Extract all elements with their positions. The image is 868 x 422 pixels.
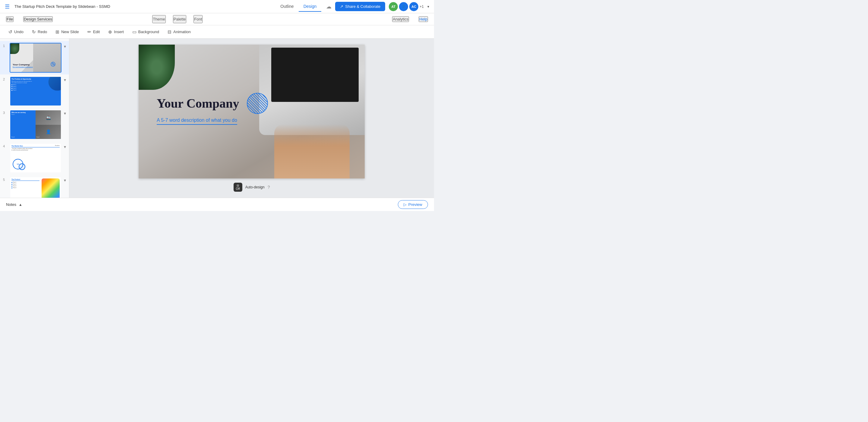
slide-item-1[interactable]: 1 Your Company A 5-7 word description of… [0,41,69,74]
top-nav: Outline Design [276,1,321,12]
canvas-hands-decoration [274,124,350,178]
share-icon: ↗ [340,4,343,9]
new-slide-icon: ⊞ [56,29,59,35]
new-slide-label: New Slide [61,30,79,34]
insert-icon: ⊕ [108,29,112,35]
animation-icon: ⊟ [167,29,172,35]
theme-tab[interactable]: Theme [152,15,165,23]
undo-icon: ↺ [8,29,12,35]
background-button[interactable]: ▭ Background [129,27,163,36]
design-tab[interactable]: Design [299,1,321,12]
second-bar: File Design Services Theme Palette Font … [0,13,434,25]
slide-expand-icon-5[interactable]: ▾ [64,178,66,183]
slide-expand-icon-4[interactable]: ▾ [64,144,66,149]
slide-item-5[interactable]: 5 The Product Point 1 Point 2 Point 3 Po… [0,175,69,198]
font-tab[interactable]: Font [193,15,203,23]
slide-canvas[interactable]: Your Company A 5-7 word description of w… [138,44,365,178]
file-menu[interactable]: File [6,16,13,22]
help-button[interactable]: Help [418,16,428,22]
auto-design-bar: ⊟ Off Auto-design ? [234,183,270,192]
avatar-photo: 👤 [399,2,408,11]
canvas-text-area[interactable]: Your Company A 5-7 word description of w… [157,93,268,125]
slide-num-4: 4 [3,144,7,148]
redo-icon: ↻ [32,29,36,35]
slide-thumb-2[interactable]: The Problem & Opportunity What pain poin… [10,76,61,106]
hamburger-icon[interactable]: ☰ [5,3,10,10]
outline-tab[interactable]: Outline [276,1,299,12]
slide-num-3: 3 [3,111,7,115]
share-collaborate-button[interactable]: ↗ Share & Collaborate [335,2,385,11]
slide-expand-icon-1[interactable]: ▾ [64,44,66,49]
slide-thumb-3[interactable]: Who we are serving Point 1 🚢 Point 2 👤 P… [10,110,61,140]
slide-thumb-5[interactable]: The Product Point 1 Point 2 Point 3 Poin… [10,177,61,198]
undo-label: Undo [14,30,24,34]
slides-panel: 1 Your Company A 5-7 word description of… [0,38,69,198]
edit-icon: ✏ [87,29,91,35]
auto-design-help-icon[interactable]: ? [268,185,270,190]
notes-chevron-icon[interactable]: ▲ [19,203,22,207]
canvas-laptop-decoration [259,44,365,135]
avatar-group: AT 👤 AC +1 [389,2,424,11]
analytics-button[interactable]: Analytics [392,16,409,22]
background-label: Background [138,30,159,34]
notes-label: Notes [6,202,16,207]
new-slide-button[interactable]: ⊞ New Slide [52,27,83,36]
animation-button[interactable]: ⊟ Animation [164,27,194,36]
top-right-area: ☁ ↗ Share & Collaborate AT 👤 AC +1 ▾ [326,2,429,11]
undo-button[interactable]: ↺ Undo [5,27,27,36]
canvas-company-circle-decoration [247,93,268,114]
animation-label: Animation [173,30,191,34]
redo-label: Redo [38,30,47,34]
share-label: Share & Collaborate [345,4,380,9]
auto-design-toggle-icon: ⊟ [237,184,239,187]
slide-thumb-4[interactable]: The Market Size - Use other companies an… [10,143,61,173]
avatar-count: +1 [420,4,424,9]
chevron-down-icon[interactable]: ▾ [427,4,429,9]
preview-label: Preview [408,202,422,207]
toolbar: ↺ Undo ↻ Redo ⊞ New Slide ✏ Edit ⊕ Inser… [0,25,434,38]
bottom-bar: Notes ▲ ▷ Preview [0,198,434,211]
slide-num-2: 2 [3,78,7,81]
slide-item-3[interactable]: 3 Who we are serving Point 1 🚢 Point 2 👤 [0,108,69,141]
slide-num-5: 5 [3,178,7,181]
edit-label: Edit [93,30,100,34]
background-icon: ▭ [132,29,136,35]
main-layout: 1 Your Company A 5-7 word description of… [0,38,434,198]
slide-expand-icon-2[interactable]: ▾ [64,78,66,82]
canvas-company-title[interactable]: Your Company [157,96,239,110]
slide-expand-icon-3[interactable]: ▾ [64,111,66,116]
slide-thumb-1[interactable]: Your Company A 5-7 word description of w… [10,43,61,73]
canvas-company-subtitle[interactable]: A 5-7 word description of what you do [157,118,237,125]
app-title: The Startup Pitch Deck Template by Slide… [14,4,271,9]
auto-design-off-label: Off [236,187,240,190]
insert-button[interactable]: ⊕ Insert [104,27,127,36]
avatar-at[interactable]: AT [389,2,398,11]
notes-section: Notes ▲ [6,202,22,207]
design-tabs: Theme Palette Font [152,15,203,23]
slide-item-4[interactable]: 4 The Market Size - Use other companies … [0,141,69,175]
slide-num-1: 1 [3,44,7,48]
canvas-laptop-screen [271,48,359,102]
palette-tab[interactable]: Palette [173,15,186,23]
auto-design-toggle[interactable]: ⊟ Off [234,183,242,192]
preview-button[interactable]: ▷ Preview [398,200,428,209]
slide-item-2[interactable]: 2 The Problem & Opportunity What pain po… [0,74,69,108]
auto-design-label[interactable]: Auto-design [245,185,265,189]
cloud-icon[interactable]: ☁ [326,3,332,10]
avatar-ac[interactable]: AC [409,2,418,11]
top-bar: ☰ The Startup Pitch Deck Template by Sli… [0,0,434,13]
design-services-menu[interactable]: Design Services [23,16,53,22]
insert-label: Insert [114,30,124,34]
edit-button[interactable]: ✏ Edit [84,27,103,36]
canvas-area: Your Company A 5-7 word description of w… [69,38,434,198]
redo-button[interactable]: ↻ Redo [28,27,51,36]
preview-play-icon: ▷ [404,202,407,207]
